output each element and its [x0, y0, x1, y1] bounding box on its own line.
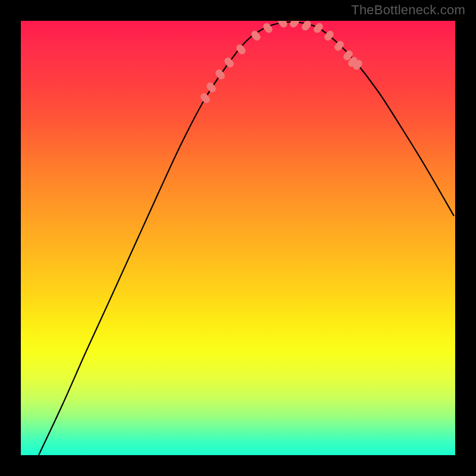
highlight-marker	[199, 92, 212, 105]
highlight-marker	[312, 21, 325, 35]
attribution-watermark: TheBottleneck.com	[351, 2, 465, 18]
chart-overlay	[21, 21, 455, 455]
highlight-marker	[262, 21, 274, 35]
bottleneck-curve-line	[39, 22, 454, 455]
highlight-marker	[223, 56, 236, 69]
highlight-marker-group	[199, 21, 364, 105]
highlight-marker	[235, 43, 248, 56]
plot-area	[21, 21, 455, 455]
highlight-marker	[323, 29, 336, 42]
